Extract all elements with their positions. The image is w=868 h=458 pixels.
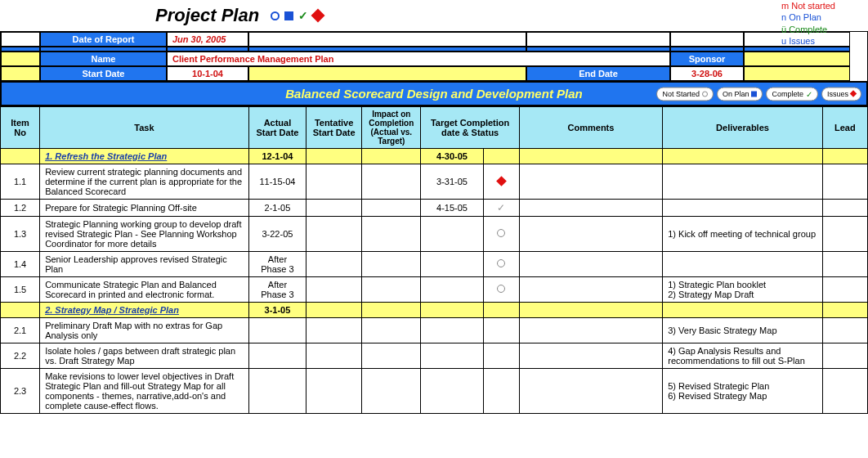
cell-target-date[interactable] xyxy=(421,369,483,414)
cell-impact[interactable] xyxy=(362,200,421,217)
cell-deliverables[interactable]: 1) Kick off meeting of technical group xyxy=(663,217,823,252)
cell-impact[interactable] xyxy=(362,344,421,369)
cell-actual-start[interactable]: After Phase 3 xyxy=(248,277,306,303)
cell-actual-start[interactable] xyxy=(248,318,306,344)
cell-actual-start[interactable]: 3-22-05 xyxy=(248,217,306,252)
cell-task[interactable]: Strategic Planning working group to deve… xyxy=(40,217,249,252)
cell-deliverables[interactable]: 3) Very Basic Strategy Map xyxy=(663,318,823,344)
cell-comments[interactable] xyxy=(519,252,662,277)
col-target-completion: Target Completion date & Status xyxy=(421,107,519,149)
cell-status[interactable] xyxy=(483,318,519,344)
date-of-report-value[interactable]: Jun 30, 2005 xyxy=(167,32,248,47)
cell-actual-start[interactable] xyxy=(248,344,306,369)
cell-comments[interactable] xyxy=(519,344,662,369)
cell-item-no: 1.2 xyxy=(1,200,40,217)
filter-on-plan-button[interactable]: On Plan xyxy=(717,87,763,101)
cell-item-no: 2.3 xyxy=(1,369,40,414)
filter-not-started-button[interactable]: Not Started xyxy=(656,87,714,101)
cell-tentative-start[interactable] xyxy=(306,318,362,344)
cell-item-no: 2.1 xyxy=(1,318,40,344)
cell-task[interactable]: Senior Leadership approves revised Strat… xyxy=(40,252,249,277)
cell-lead[interactable] xyxy=(822,318,867,344)
cell-tentative-start[interactable] xyxy=(306,164,362,200)
cell-comments[interactable] xyxy=(519,200,662,217)
cell-impact[interactable] xyxy=(362,318,421,344)
section-label: 1. Refresh the Strategic Plan xyxy=(40,149,249,164)
cell-lead[interactable] xyxy=(822,164,867,200)
filter-complete-button[interactable]: Complete✓ xyxy=(766,87,818,101)
cell-target-date[interactable]: 4-15-05 xyxy=(421,200,483,217)
end-date-value[interactable]: 3-28-06 xyxy=(670,66,744,81)
cell-deliverables[interactable]: 1) Strategic Plan booklet2) Strategy Map… xyxy=(663,277,823,303)
cell-tentative-start[interactable] xyxy=(306,344,362,369)
cell-deliverables[interactable] xyxy=(663,164,823,200)
cell-status[interactable] xyxy=(483,164,519,200)
cell-item-no: 1.1 xyxy=(1,164,40,200)
cell-actual-start[interactable]: 2-1-05 xyxy=(248,200,306,217)
cell-item-no: 2.2 xyxy=(1,344,40,369)
table-row: 1.1Review current strategic planning doc… xyxy=(1,164,868,200)
cell-status[interactable] xyxy=(483,252,519,277)
status-icon-key: ✓ xyxy=(271,9,323,22)
cell-deliverables[interactable] xyxy=(663,200,823,217)
cell-actual-start[interactable]: After Phase 3 xyxy=(248,252,306,277)
cell-target-date[interactable]: 3-31-05 xyxy=(421,164,483,200)
table-row: 2.2Isolate holes / gaps between draft st… xyxy=(1,344,868,369)
cell-lead[interactable] xyxy=(822,200,867,217)
cell-target-date[interactable] xyxy=(421,217,483,252)
start-date-label: Start Date xyxy=(40,66,167,81)
cell-status[interactable] xyxy=(483,217,519,252)
issues-icon xyxy=(850,90,857,97)
cell-deliverables[interactable]: 5) Revised Strategic Plan6) Revised Stra… xyxy=(663,369,823,414)
filter-issues-button[interactable]: Issues xyxy=(821,87,861,101)
cell-impact[interactable] xyxy=(362,277,421,303)
cell-impact[interactable] xyxy=(362,252,421,277)
task-table: Item No Task Actual Start Date Tentative… xyxy=(0,106,868,414)
cell-status[interactable] xyxy=(483,369,519,414)
cell-tentative-start[interactable] xyxy=(306,277,362,303)
cell-item-no: 1.5 xyxy=(1,277,40,303)
cell-lead[interactable] xyxy=(822,344,867,369)
table-row: 1.2Prepare for Strategic Planning Off-si… xyxy=(1,200,868,217)
cell-status[interactable] xyxy=(483,344,519,369)
cell-task[interactable]: Isolate holes / gaps between draft strat… xyxy=(40,344,249,369)
not-started-icon xyxy=(497,285,505,293)
cell-lead[interactable] xyxy=(822,252,867,277)
cell-task[interactable]: Make revisions to lower level objectives… xyxy=(40,369,249,414)
banner-text: Balanced Scorecard Design and Developmen… xyxy=(285,87,582,101)
cell-tentative-start[interactable] xyxy=(306,369,362,414)
cell-deliverables[interactable]: 4) Gap Analysis Results and recommendati… xyxy=(663,344,823,369)
cell-impact[interactable] xyxy=(362,164,421,200)
cell-tentative-start[interactable] xyxy=(306,252,362,277)
status-legend: m Not started n On Plan ü Complete u Iss… xyxy=(781,0,835,47)
start-date-value[interactable]: 10-1-04 xyxy=(167,66,248,81)
cell-impact[interactable] xyxy=(362,217,421,252)
cell-target-date[interactable] xyxy=(421,344,483,369)
cell-tentative-start[interactable] xyxy=(306,217,362,252)
cell-task[interactable]: Prepare for Strategic Planning Off-site xyxy=(40,200,249,217)
cell-comments[interactable] xyxy=(519,277,662,303)
cell-comments[interactable] xyxy=(519,164,662,200)
cell-deliverables[interactable] xyxy=(663,252,823,277)
cell-actual-start[interactable]: 11-15-04 xyxy=(248,164,306,200)
cell-target-date[interactable] xyxy=(421,277,483,303)
cell-comments[interactable] xyxy=(519,217,662,252)
cell-tentative-start[interactable] xyxy=(306,200,362,217)
cell-task[interactable]: Preliminary Draft Map with no extras for… xyxy=(40,318,249,344)
cell-target-date[interactable] xyxy=(421,318,483,344)
legend-on-plan: n On Plan xyxy=(781,11,835,23)
table-row: 1.5Communicate Strategic Plan and Balanc… xyxy=(1,277,868,303)
cell-comments[interactable] xyxy=(519,318,662,344)
cell-target-date[interactable] xyxy=(421,252,483,277)
cell-comments[interactable] xyxy=(519,369,662,414)
cell-impact[interactable] xyxy=(362,369,421,414)
cell-actual-start[interactable] xyxy=(248,369,306,414)
cell-lead[interactable] xyxy=(822,369,867,414)
cell-task[interactable]: Communicate Strategic Plan and Balanced … xyxy=(40,277,249,303)
cell-task[interactable]: Review current strategic planning docume… xyxy=(40,164,249,200)
name-value[interactable]: Client Performance Management Plan xyxy=(167,52,670,66)
cell-status[interactable] xyxy=(483,277,519,303)
cell-status[interactable]: ✓ xyxy=(483,200,519,217)
cell-lead[interactable] xyxy=(822,277,867,303)
cell-lead[interactable] xyxy=(822,217,867,252)
